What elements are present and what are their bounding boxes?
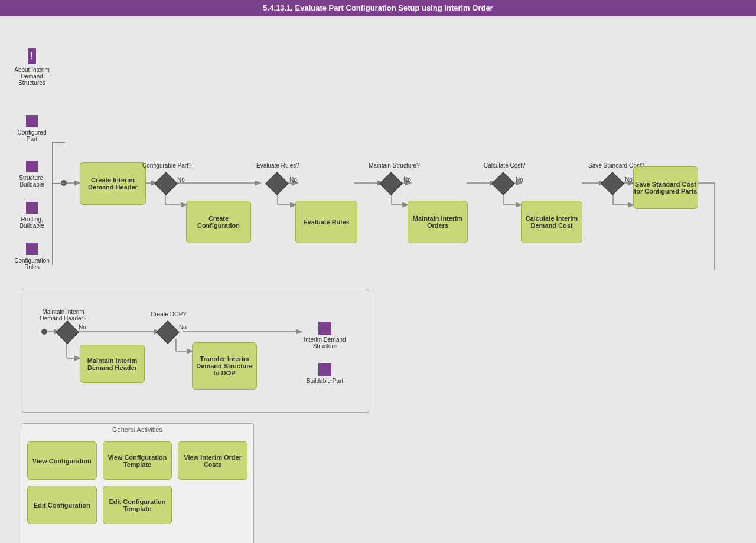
sidebar-item-routing-buildable[interactable]: Routing, Buildable [11,202,53,229]
label-interim-demand-structure: Interim Demand Structure [301,336,348,349]
sidebar-label-config-rules: Configuration Rules [11,257,53,270]
no-label-4: No [516,176,523,183]
no-label-7: No [179,324,187,331]
empty-cell [178,486,247,524]
sidebar-item-about[interactable]: ! About Interim Demand Structures [11,48,53,86]
sidebar-label-routing: Routing, Buildable [11,216,53,229]
no-label-1: No [177,176,185,183]
label-calculate-cost: Calculate Cost? [484,162,526,169]
square-icon-interim-demand [318,322,331,335]
activity-create-configuration[interactable]: Create Configuration [186,201,251,243]
label-maintain-interim-header: Maintain Interim Demand Header? [34,309,93,322]
btn-view-configuration-template[interactable]: View Configuration Template [103,441,172,480]
activity-evaluate-rules[interactable]: Evaluate Rules [295,201,357,243]
label-evaluate-rules: Evaluate Rules? [256,162,299,169]
exclamation-icon: ! [28,48,36,64]
label-create-dop: Create DOP? [151,311,186,318]
output-buildable-part: Buildable Part [301,363,348,384]
btn-edit-configuration-template[interactable]: Edit Configuration Template [103,486,172,524]
activity-calculate-interim-demand-cost[interactable]: Calculate Interim Demand Cost [521,201,582,243]
activity-create-interim-demand-header[interactable]: Create Interim Demand Header [80,162,146,205]
activity-transfer-interim[interactable]: Transfer Interim Demand Structure to DOP [192,342,257,390]
page-title: 5.4.13.1. Evaluate Part Configuration Se… [0,0,756,16]
square-icon-routing [26,202,38,214]
sidebar-label-about: About Interim Demand Structures [11,67,53,86]
general-activities-grid: View Configuration View Configuration Te… [21,436,253,486]
sidebar-item-structure-buildable[interactable]: Structure, Buildable [11,161,53,188]
label-maintain-structure: Maintain Structure? [369,162,420,169]
sidebar-label-structure: Structure, Buildable [11,175,53,188]
btn-view-configuration[interactable]: View Configuration [27,441,97,480]
no-label-6: No [79,324,86,331]
square-icon-config-rules [26,243,38,255]
sidebar-item-config-rules[interactable]: Configuration Rules [11,243,53,270]
no-label-5: No [625,176,633,183]
square-icon-buildable-part [318,363,331,376]
general-activities-title: General Activities [21,424,253,436]
activity-maintain-interim-orders[interactable]: Maintain Interim Orders [408,201,468,243]
no-label-2: No [289,176,297,183]
sidebar-label-configured-part: Configured Part [11,129,53,142]
label-configurable-part: Configurable Part? [142,162,191,169]
sidebar-item-configured-part[interactable]: Configured Part [11,115,53,142]
square-icon-configured-part [26,115,38,127]
activity-save-standard-cost[interactable]: Save Standard Cost for Configured Parts [633,166,698,209]
general-activities-grid-row2: Edit Configuration Edit Configuration Te… [21,486,253,530]
activity-maintain-interim-demand-header[interactable]: Maintain Interim Demand Header [80,345,145,383]
square-icon-structure [26,161,38,172]
btn-edit-configuration[interactable]: Edit Configuration [27,486,97,524]
general-activities-container: General Activities View Configuration Vi… [21,423,254,543]
no-label-3: No [403,176,411,183]
btn-view-interim-order-costs[interactable]: View Interim Order Costs [178,441,247,480]
label-buildable-part: Buildable Part [301,378,348,384]
main-content: ! About Interim Demand Structures Config… [0,16,756,535]
output-interim-demand-structure: Interim Demand Structure [301,322,348,349]
